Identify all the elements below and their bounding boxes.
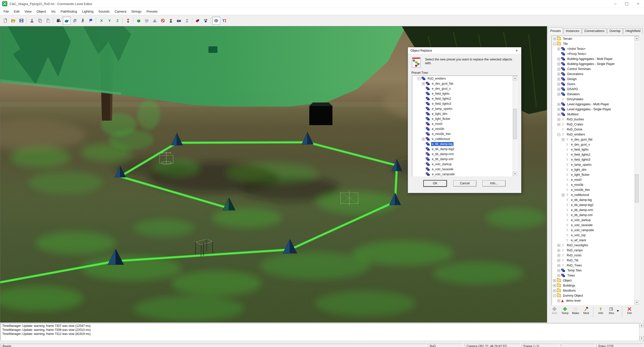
- tree-expander-icon[interactable]: +: [557, 108, 560, 111]
- scroll-down-icon[interactable]: [639, 336, 644, 340]
- tree-item[interactable]: e_field_lights: [412, 91, 513, 96]
- tree-item[interactable]: +Munitions: [552, 288, 635, 293]
- tree-item[interactable]: e_field_lights3: [412, 101, 513, 106]
- tree-item[interactable]: e_volc_darkup: [412, 162, 513, 167]
- tree-item[interactable]: +e_rxdtibcloud: [412, 136, 513, 142]
- tree-item[interactable]: +e_des_gust_flat: [412, 81, 513, 86]
- tree-item[interactable]: e_tib_damp-big: [412, 142, 513, 147]
- toolbar-drop-arrow-button[interactable]: [124, 17, 132, 25]
- tree-item[interactable]: e_light_dim: [412, 111, 513, 116]
- dialog-preset-tree[interactable]: −RxD_emitters+e_des_gust_flate_des_gust_…: [412, 76, 513, 176]
- tab-heightfield[interactable]: Heightfield: [623, 28, 643, 34]
- tree-item[interactable]: e_lamp_sparks: [412, 106, 513, 111]
- tree-expander-icon[interactable]: +: [557, 83, 560, 86]
- tree-expander-icon[interactable]: +: [422, 82, 425, 85]
- scroll-up-icon[interactable]: [513, 76, 517, 80]
- menu-view[interactable]: View: [22, 8, 34, 15]
- tree-expander-icon[interactable]: +: [557, 249, 560, 252]
- tree-expander-icon[interactable]: +: [557, 123, 560, 126]
- menu-strings[interactable]: Strings: [129, 8, 144, 15]
- tree-expander-icon[interactable]: +: [557, 269, 560, 272]
- tree-expander-icon[interactable]: +: [553, 284, 556, 287]
- tree-item[interactable]: e_mist3: [412, 121, 513, 126]
- tree-item[interactable]: +TRxD_neonlights: [552, 243, 635, 248]
- tree-item[interactable]: Te_light_dim: [552, 167, 635, 172]
- tree-expander-icon[interactable]: +: [562, 138, 564, 141]
- tree-item[interactable]: +Temp Tiles: [552, 268, 635, 273]
- tree-expander-icon[interactable]: +: [557, 88, 560, 91]
- toolbar-cubes-rb-button[interactable]: [194, 17, 202, 25]
- tree-item[interactable]: Te_des_gust_x: [552, 142, 635, 147]
- tree-item[interactable]: +Level Aggregates - Single Player: [552, 107, 635, 112]
- tree-item[interactable]: Te_mist3b: [552, 182, 635, 187]
- toolbar-new-button[interactable]: [1, 17, 9, 25]
- toolbar-zone-button[interactable]: Z: [183, 17, 191, 25]
- tree-item[interactable]: Te_light_flicker: [552, 172, 635, 177]
- menu-object[interactable]: Object: [34, 8, 49, 15]
- tree-item[interactable]: Te_volc_lavaside: [552, 223, 635, 228]
- tree-item[interactable]: −Dummy Object: [552, 293, 635, 298]
- tree-item[interactable]: Te_lamp_sparks: [552, 162, 635, 167]
- dialog-close-button[interactable]: [512, 47, 521, 54]
- toolbar-paste-button[interactable]: [44, 17, 52, 25]
- toolbar-copy-button[interactable]: [36, 17, 44, 25]
- tree-item[interactable]: +Level Aggregates - Multi Player: [552, 102, 635, 107]
- tree-expander-icon[interactable]: +: [557, 118, 560, 121]
- menu-presets[interactable]: Presets: [144, 8, 160, 15]
- menu-sounds[interactable]: Sounds: [96, 8, 112, 15]
- scroll-up-icon[interactable]: [635, 36, 639, 41]
- toolbar-walk-button[interactable]: [79, 17, 87, 25]
- scroll-up-icon[interactable]: [639, 323, 644, 327]
- preset-tree[interactable]: +Terrain−Tile+<Artist Tests><Proxy Tests…: [552, 36, 635, 305]
- tree-expander-icon[interactable]: +: [553, 38, 556, 40]
- toolbar-flag-button[interactable]: [87, 17, 95, 25]
- tree-item[interactable]: e_tib_damp-nrm: [412, 152, 513, 157]
- tree-item[interactable]: +TRxD_Tib: [552, 258, 635, 263]
- tree-item[interactable]: e_field_lights2: [412, 96, 513, 101]
- tree-item[interactable]: +Te_rxdtibcloud: [552, 192, 635, 197]
- toolbar-open-button[interactable]: [9, 17, 17, 25]
- cancel-button[interactable]: Cancel: [453, 180, 476, 187]
- tree-item[interactable]: +demo level: [552, 298, 635, 303]
- tree-item[interactable]: e_des_gust_x: [412, 86, 513, 91]
- tree-item[interactable]: +Elevators: [552, 92, 635, 97]
- xtra-dropdown-icon[interactable]: [617, 310, 620, 312]
- tree-expander-icon[interactable]: +: [557, 73, 560, 76]
- tree-item[interactable]: +Te_des_gust_flat: [552, 137, 635, 142]
- tree-expander-icon[interactable]: +: [557, 63, 560, 65]
- menu-vis[interactable]: Vis: [49, 8, 58, 15]
- tab-presets[interactable]: Presets: [548, 27, 563, 34]
- menu-edit[interactable]: Edit: [11, 8, 22, 15]
- tree-item[interactable]: e_light_flicker: [412, 116, 513, 121]
- scroll-thumb[interactable]: [635, 174, 639, 202]
- toolbar-gimbal-button[interactable]: [71, 17, 79, 25]
- tree-item[interactable]: +TRxD_rocks: [552, 253, 635, 258]
- tree-item[interactable]: +TRxD_Trees: [552, 263, 635, 268]
- tree-item[interactable]: +Terrain: [552, 36, 635, 41]
- toolbar-eye-button[interactable]: [212, 17, 220, 25]
- xtra-button[interactable]: Xtra: [606, 306, 617, 315]
- make-button[interactable]: Make: [570, 306, 581, 315]
- toolbar-vis-off-button[interactable]: [159, 17, 167, 25]
- toolbar-camera-view-button[interactable]: [175, 17, 183, 25]
- log-panel[interactable]: TimeManager::Update: warning, frame 7307…: [1, 323, 639, 340]
- tree-expander-icon[interactable]: +: [422, 138, 425, 141]
- toolbar-vis-triangle-button[interactable]: [151, 17, 159, 25]
- tree-item[interactable]: +Trees: [552, 273, 635, 278]
- tree-item[interactable]: Te_wf_stack: [552, 238, 635, 243]
- tree-expander-icon[interactable]: +: [557, 78, 560, 81]
- tree-item[interactable]: +Design: [552, 77, 635, 82]
- scroll-down-icon[interactable]: [513, 172, 517, 176]
- toolbar-cube-green-button[interactable]: [135, 17, 143, 25]
- ok-button[interactable]: OK: [424, 180, 447, 187]
- tree-item[interactable]: e_mist3b: [412, 126, 513, 131]
- tree-scrollbar[interactable]: [634, 36, 639, 305]
- tree-item[interactable]: +Buildings: [552, 283, 635, 288]
- toolbar-object-up-button[interactable]: [167, 17, 175, 25]
- toolbar-movie-camera-button[interactable]: [55, 17, 63, 25]
- tree-item[interactable]: −Tile: [552, 41, 635, 46]
- tree-expander-icon[interactable]: +: [553, 289, 556, 292]
- tree-item[interactable]: e_volc_rampside: [412, 172, 513, 176]
- temp-button[interactable]: Temp: [560, 306, 570, 315]
- tree-item[interactable]: TRxD_Dome: [552, 127, 635, 132]
